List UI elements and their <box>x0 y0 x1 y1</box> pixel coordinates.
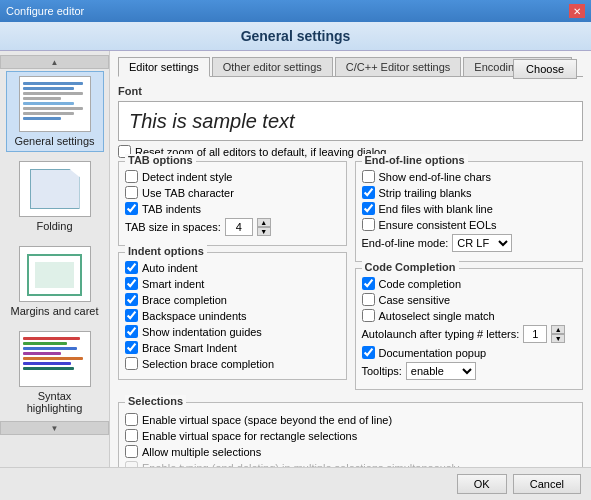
case-sensitive-checkbox[interactable] <box>362 293 375 306</box>
autoselect-checkbox[interactable] <box>362 309 375 322</box>
brace-smart-indent-label: Brace Smart Indent <box>142 342 237 354</box>
sidebar-item-syntax-highlighting[interactable]: Syntax highlighting <box>6 326 104 419</box>
enable-typing-checkbox[interactable] <box>125 461 138 467</box>
tab-size-label: TAB size in spaces: <box>125 221 221 233</box>
autolaunch-down[interactable]: ▼ <box>551 334 565 343</box>
show-eol-row: Show end-of-line chars <box>362 170 577 183</box>
tab-editor-settings[interactable]: Editor settings <box>118 57 210 77</box>
strip-trailing-row: Strip trailing blanks <box>362 186 577 199</box>
use-tab-char-checkbox[interactable] <box>125 186 138 199</box>
indent-options-content: Auto indent Smart indent Brace completio… <box>125 261 340 370</box>
code-completion-checkbox[interactable] <box>362 277 375 290</box>
selections-content: Enable virtual space (space beyond the e… <box>125 413 576 467</box>
multiple-selections-row: Allow multiple selections <box>125 445 576 458</box>
sidebar-thumbnail-folding <box>19 161 91 217</box>
auto-indent-checkbox[interactable] <box>125 261 138 274</box>
indent-options-group: Indent options Auto indent Smart indent <box>118 252 347 380</box>
selections-group: Selections Enable virtual space (space b… <box>118 402 583 467</box>
show-indent-guides-checkbox[interactable] <box>125 325 138 338</box>
autolaunch-up[interactable]: ▲ <box>551 325 565 334</box>
tab-indents-checkbox[interactable] <box>125 202 138 215</box>
sidebar-scroll-down[interactable]: ▼ <box>0 421 109 435</box>
backspace-unindents-row: Backspace unindents <box>125 309 340 322</box>
doc-popup-checkbox[interactable] <box>362 346 375 359</box>
options-grid: TAB options Detect indent style Use TAB … <box>118 161 583 396</box>
virtual-space-row: Enable virtual space (space beyond the e… <box>125 413 576 426</box>
sidebar-item-margins-caret[interactable]: Margins and caret <box>6 241 104 322</box>
eol-mode-label: End-of-line mode: <box>362 237 449 249</box>
smart-indent-checkbox[interactable] <box>125 277 138 290</box>
multiple-selections-label: Allow multiple selections <box>142 446 261 458</box>
tooltips-select[interactable]: enable disable <box>406 362 476 380</box>
tab-indents-label: TAB indents <box>142 203 201 215</box>
end-files-blank-checkbox[interactable] <box>362 202 375 215</box>
tab-options-group: TAB options Detect indent style Use TAB … <box>118 161 347 246</box>
autoselect-row: Autoselect single match <box>362 309 577 322</box>
code-completion-group: Code Completion Code completion Case sen… <box>355 268 584 390</box>
sidebar-item-label-general: General settings <box>14 135 94 147</box>
indent-options-title: Indent options <box>125 245 207 257</box>
virtual-space-rect-checkbox[interactable] <box>125 429 138 442</box>
sidebar-scroll-up[interactable]: ▲ <box>0 55 109 69</box>
sidebar-item-folding[interactable]: Folding <box>6 156 104 237</box>
font-section: Font This is sample text Choose Reset zo… <box>118 85 583 161</box>
ok-button[interactable]: OK <box>457 474 507 494</box>
detect-indent-checkbox[interactable] <box>125 170 138 183</box>
code-completion-title: Code Completion <box>362 261 459 273</box>
autolaunch-label: Autolaunch after typing # letters: <box>362 328 520 340</box>
virtual-space-rect-row: Enable virtual space for rectangle selec… <box>125 429 576 442</box>
title-bar-text: Configure editor <box>6 5 84 17</box>
strip-trailing-checkbox[interactable] <box>362 186 375 199</box>
sidebar-thumbnail-general <box>19 76 91 132</box>
tab-cpp-editor-settings[interactable]: C/C++ Editor settings <box>335 57 462 76</box>
ensure-consistent-checkbox[interactable] <box>362 218 375 231</box>
eol-mode-row: End-of-line mode: CR LF LF CR <box>362 234 577 252</box>
sidebar-item-label-folding: Folding <box>36 220 72 232</box>
close-button[interactable]: ✕ <box>569 4 585 18</box>
code-completion-content: Code completion Case sensitive Autoselec… <box>362 277 577 380</box>
right-column: End-of-line options Show end-of-line cha… <box>355 161 584 396</box>
sidebar-item-general-settings[interactable]: General settings <box>6 71 104 152</box>
virtual-space-checkbox[interactable] <box>125 413 138 426</box>
selections-title: Selections <box>125 395 186 407</box>
selection-brace-checkbox[interactable] <box>125 357 138 370</box>
doc-popup-label: Documentation popup <box>379 347 487 359</box>
main-content: Editor settings Other editor settings C/… <box>110 51 591 467</box>
auto-indent-row: Auto indent <box>125 261 340 274</box>
autolaunch-row: Autolaunch after typing # letters: ▲ ▼ <box>362 325 577 343</box>
font-section-label: Font <box>118 85 583 97</box>
selection-brace-label: Selection brace completion <box>142 358 274 370</box>
selection-brace-row: Selection brace completion <box>125 357 340 370</box>
brace-completion-checkbox[interactable] <box>125 293 138 306</box>
eol-options-group: End-of-line options Show end-of-line cha… <box>355 161 584 262</box>
multiple-selections-checkbox[interactable] <box>125 445 138 458</box>
eol-mode-select[interactable]: CR LF LF CR <box>452 234 512 252</box>
brace-smart-indent-checkbox[interactable] <box>125 341 138 354</box>
backspace-unindents-checkbox[interactable] <box>125 309 138 322</box>
sidebar-item-label-syntax: Syntax highlighting <box>9 390 101 414</box>
tab-size-up[interactable]: ▲ <box>257 218 271 227</box>
smart-indent-row: Smart indent <box>125 277 340 290</box>
case-sensitive-label: Case sensitive <box>379 294 451 306</box>
sidebar: ▲ General settings <box>0 51 110 467</box>
choose-font-button[interactable]: Choose <box>513 59 577 79</box>
case-sensitive-row: Case sensitive <box>362 293 577 306</box>
tab-size-input[interactable] <box>225 218 253 236</box>
tooltips-row: Tooltips: enable disable <box>362 362 577 380</box>
backspace-unindents-label: Backspace unindents <box>142 310 247 322</box>
tooltips-label: Tooltips: <box>362 365 402 377</box>
tab-other-editor-settings[interactable]: Other editor settings <box>212 57 333 76</box>
use-tab-char-label: Use TAB character <box>142 187 234 199</box>
show-indent-guides-label: Show indentation guides <box>142 326 262 338</box>
font-sample-display: This is sample text <box>118 101 583 141</box>
autolaunch-input[interactable] <box>523 325 547 343</box>
end-files-blank-row: End files with blank line <box>362 202 577 215</box>
show-eol-label: Show end-of-line chars <box>379 171 492 183</box>
virtual-space-rect-label: Enable virtual space for rectangle selec… <box>142 430 357 442</box>
sidebar-item-label-margins: Margins and caret <box>10 305 98 317</box>
tab-indents-row: TAB indents <box>125 202 340 215</box>
tab-size-down[interactable]: ▼ <box>257 227 271 236</box>
end-files-blank-label: End files with blank line <box>379 203 493 215</box>
cancel-button[interactable]: Cancel <box>513 474 581 494</box>
show-eol-checkbox[interactable] <box>362 170 375 183</box>
